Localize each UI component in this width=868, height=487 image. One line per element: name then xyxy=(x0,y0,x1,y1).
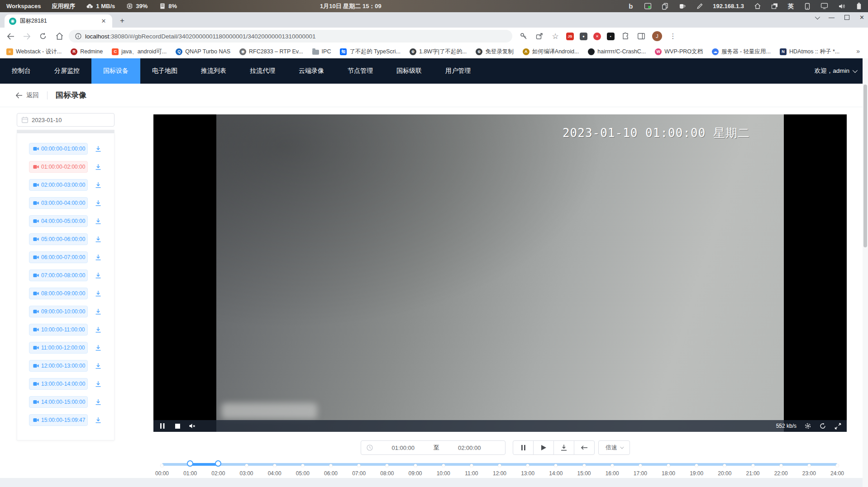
nav-item[interactable]: 拉流代理 xyxy=(238,58,287,84)
bookmark-item[interactable]: ◉ RFC2833 – RTP Ev... xyxy=(239,48,303,55)
record-download-button[interactable] xyxy=(94,362,102,370)
bookmark-item[interactable]: R Redmine xyxy=(71,48,103,55)
record-chip[interactable]: 02:00:00-03:00:00 xyxy=(29,179,88,191)
player-settings-icon[interactable] xyxy=(804,422,811,430)
seek-back-button[interactable] xyxy=(574,440,595,455)
record-download-button[interactable] xyxy=(94,271,102,279)
record-download-button[interactable] xyxy=(94,380,102,388)
record-chip[interactable]: 09:00:00-10:00:00 xyxy=(29,306,88,317)
player-mute-icon[interactable] xyxy=(189,422,196,430)
record-chip[interactable]: 14:00:00-15:00:00 xyxy=(29,396,88,408)
bing-tray-icon[interactable]: b xyxy=(627,2,634,10)
coffee-tray-icon[interactable] xyxy=(678,2,686,10)
record-chip[interactable]: 01:00:00-02:00:00 xyxy=(29,161,88,173)
home-tray-icon[interactable] xyxy=(754,2,761,10)
window-restore-button[interactable] xyxy=(844,15,849,20)
bookmark-item[interactable]: Q QNAP Turbo NAS xyxy=(176,48,230,55)
range-end-value[interactable]: 02:00:00 xyxy=(439,444,500,451)
record-chip[interactable]: 06:00:00-07:00:00 xyxy=(29,251,88,263)
timeline-start-handle[interactable] xyxy=(187,460,193,467)
phone-link-iconon[interactable] xyxy=(803,2,811,10)
nav-item[interactable]: 节点管理 xyxy=(336,58,385,84)
bookmark-item[interactable]: ☁ 服务器 - 轻量应用... xyxy=(712,48,771,56)
nav-item[interactable]: 云端录像 xyxy=(287,58,336,84)
bookmark-item[interactable]: N HDAtmos :: 种子 *... xyxy=(780,48,839,56)
bookmark-item[interactable]: ⊕ 1.8W字|了不起的... xyxy=(410,48,467,56)
new-tab-button[interactable]: + xyxy=(117,16,128,27)
display-tray-icon[interactable] xyxy=(820,2,828,10)
applications-button[interactable]: 应用程序 xyxy=(52,2,75,10)
record-download-button[interactable] xyxy=(94,253,102,261)
player-fullscreen-icon[interactable] xyxy=(834,422,841,430)
record-chip[interactable]: 08:00:00-09:00:00 xyxy=(29,288,88,299)
browser-tab[interactable]: 国标28181 ✕ xyxy=(5,14,112,28)
window-minimize-button[interactable]: — xyxy=(829,14,835,21)
browser-menu-icon[interactable]: ⋮ xyxy=(668,31,678,41)
battery-tray-icon[interactable] xyxy=(855,2,863,10)
nav-item[interactable]: 控制台 xyxy=(0,58,43,84)
extension-black-icon[interactable]: ▪ xyxy=(607,33,615,40)
record-download-button[interactable] xyxy=(94,326,102,334)
record-chip[interactable]: 13:00:00-14:00:00 xyxy=(29,378,88,390)
time-range-input[interactable]: 01:00:00 至 02:00:00 xyxy=(361,440,506,455)
bookmark-item[interactable]: 知 了不起的 TypeScri... xyxy=(340,48,401,56)
extension-blocker-icon[interactable]: ✕ xyxy=(593,33,601,40)
record-chip[interactable]: 11:00:00-12:00:00 xyxy=(29,342,88,354)
profile-avatar[interactable]: J xyxy=(652,31,662,41)
record-download-button[interactable] xyxy=(94,217,102,225)
page-scrollbar[interactable] xyxy=(863,58,868,487)
record-download-button[interactable] xyxy=(94,344,102,352)
scrollbar-thumb[interactable] xyxy=(863,85,867,247)
record-download-button[interactable] xyxy=(94,398,102,406)
bookmarks-overflow-chevron[interactable]: » xyxy=(856,47,860,55)
window-close-button[interactable]: ✕ xyxy=(859,14,864,21)
pause-button[interactable] xyxy=(513,440,534,455)
back-icon[interactable] xyxy=(5,31,15,41)
site-info-icon[interactable] xyxy=(75,33,81,39)
bookmark-item[interactable]: hairrrrr/C-CrashC... xyxy=(588,48,646,55)
record-download-button[interactable] xyxy=(94,145,102,153)
reload-icon[interactable] xyxy=(38,31,48,41)
record-chip[interactable]: 00:00:00-01:00:00 xyxy=(29,143,88,155)
nav-item[interactable]: 用户管理 xyxy=(434,58,482,84)
windows-tray-icon[interactable] xyxy=(771,2,778,10)
clock[interactable]: 1月10日 星期二 15：09 xyxy=(320,0,382,12)
forward-icon[interactable] xyxy=(22,31,32,41)
bookmark-item[interactable]: W WVP-PRO文档 xyxy=(655,48,703,56)
bookmark-star-icon[interactable]: ☆ xyxy=(550,31,560,41)
playback-speed-dropdown[interactable]: 倍速 xyxy=(598,440,630,455)
record-chip[interactable]: 07:00:00-08:00:00 xyxy=(29,270,88,281)
record-chip[interactable]: 15:00:00-15:09:47 xyxy=(29,414,88,426)
nav-item[interactable]: 国标设备 xyxy=(91,58,140,84)
screenshot-tray-icon[interactable] xyxy=(644,2,652,10)
bookmark-item[interactable]: ≡ Webstack - 设计... xyxy=(6,48,62,56)
nav-item[interactable]: 分屏监控 xyxy=(43,58,91,84)
player-pause-icon[interactable] xyxy=(159,422,166,430)
range-start-value[interactable]: 01:00:00 xyxy=(373,444,434,451)
extensions-puzzle-icon[interactable] xyxy=(620,31,630,41)
input-language-indicator[interactable]: 英 xyxy=(788,2,794,10)
nav-item[interactable]: 电子地图 xyxy=(140,58,189,84)
record-download-button[interactable] xyxy=(94,289,102,298)
record-chip[interactable]: 10:00:00-11:00:00 xyxy=(29,324,88,336)
tab-close-icon[interactable]: ✕ xyxy=(100,17,108,25)
record-download-button[interactable] xyxy=(94,181,102,189)
ip-address[interactable]: 192.168.1.3 xyxy=(713,3,744,9)
player-stop-icon[interactable] xyxy=(174,422,181,430)
nav-item[interactable]: 国标级联 xyxy=(385,58,434,84)
record-download-button[interactable] xyxy=(94,416,102,424)
side-panel-icon[interactable] xyxy=(636,31,646,41)
player-refresh-icon[interactable] xyxy=(819,422,826,430)
bookmark-item[interactable]: A 如何编译Android... xyxy=(523,48,579,56)
volume-tray-icon[interactable] xyxy=(838,2,845,10)
back-button[interactable]: 返回 xyxy=(15,91,39,99)
date-picker-input[interactable]: 2023-01-10 xyxy=(17,113,114,127)
extension-dark-icon[interactable]: ● xyxy=(580,33,587,40)
record-chip[interactable]: 05:00:00-06:00:00 xyxy=(29,233,88,245)
bookmark-item[interactable]: C java、android可... xyxy=(112,48,167,56)
record-download-button[interactable] xyxy=(94,199,102,207)
record-download-button[interactable] xyxy=(94,235,102,243)
tab-search-chevron-icon[interactable] xyxy=(815,14,820,19)
play-button[interactable] xyxy=(533,440,554,455)
bookmark-item[interactable]: ⊕ 免登录复制 xyxy=(476,48,514,56)
